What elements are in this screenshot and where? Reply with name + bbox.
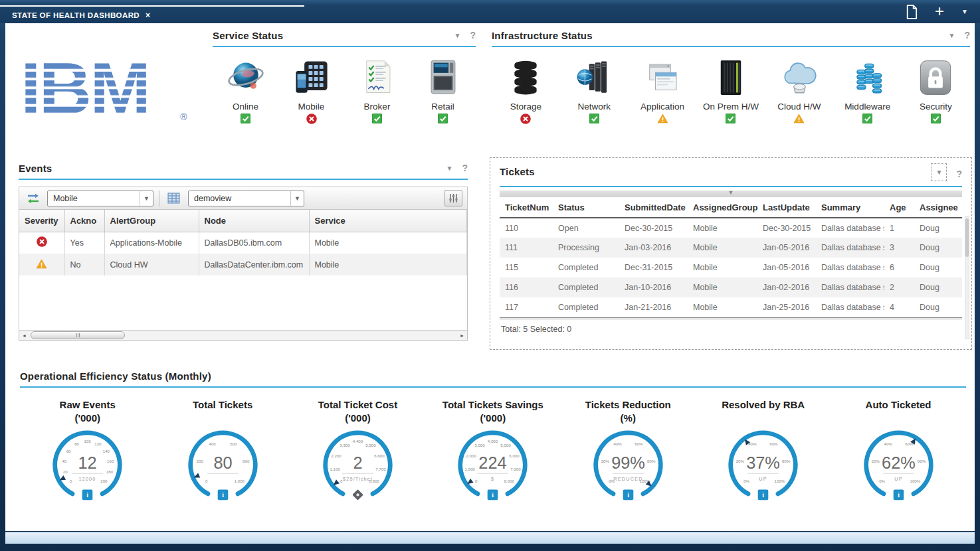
column-resize-strip[interactable]: ▼ [500, 191, 962, 197]
horizontal-scrollbar[interactable]: ◄ ► [19, 330, 467, 340]
gauge-info-icon[interactable]: i [893, 490, 904, 501]
gauge-info-icon[interactable]: i [488, 490, 498, 501]
status-item-application[interactable]: Application [632, 56, 693, 124]
svg-text:IBM: IBM [21, 47, 149, 129]
events-col-service[interactable]: Service [309, 210, 467, 232]
status-label: Security [920, 102, 952, 112]
gauge-info-icon[interactable]: i [623, 490, 633, 501]
grid-view-icon[interactable] [165, 190, 183, 206]
filter-settings-icon[interactable] [444, 190, 462, 206]
service-status-title: Service Status [213, 30, 283, 41]
scrollbar-thumb[interactable] [965, 218, 969, 257]
tickets-col-summary[interactable]: Summary [816, 197, 884, 218]
panel-menu-chevron-icon[interactable]: ▼ [949, 32, 955, 39]
svg-text:20%: 20% [736, 459, 745, 463]
status-item-middleware[interactable]: Middleware [837, 56, 898, 124]
network-icon [575, 56, 613, 99]
tickets-row[interactable]: 110OpenDec-30-2015MobileDec-30-2015Dalla… [500, 218, 962, 238]
help-icon[interactable]: ? [964, 30, 970, 40]
help-icon[interactable]: ? [462, 163, 468, 173]
tab-title: STATE OF HEALTH DASHBOARD [12, 11, 140, 19]
tickets-col-assignedgroup[interactable]: AssignedGroup [688, 197, 757, 218]
scroll-right-icon[interactable]: ► [457, 331, 467, 340]
tickets-col-ticketnum[interactable]: TicketNum [500, 197, 553, 218]
panel-menu-chevron-icon[interactable]: ▼ [446, 165, 453, 172]
events-row[interactable]: No Cloud HW DallasDataCenter.ibm.com Mob… [19, 254, 467, 276]
vertical-scrollbar[interactable] [965, 216, 969, 339]
events-view-select[interactable]: demoview ▼ [188, 191, 304, 206]
add-icon[interactable]: + [935, 3, 944, 19]
svg-text:7,700: 7,700 [375, 467, 386, 471]
svg-text:$25/Ticket: $25/Ticket [343, 476, 373, 482]
tickets-row[interactable]: 115CompletedDec-31-2015MobileJan-05-2016… [500, 258, 962, 277]
status-item-network[interactable]: Network [563, 56, 625, 124]
panel-menu-chevron-icon[interactable]: ▼ [931, 163, 947, 181]
scroll-left-icon[interactable]: ◄ [19, 331, 29, 340]
svg-text:60%: 60% [769, 441, 778, 446]
cell-node: DallasDB05.ibm.com [199, 232, 309, 254]
events-col-severity[interactable]: Severity [19, 210, 64, 232]
switch-view-icon[interactable] [24, 190, 42, 206]
events-col-ackno[interactable]: Ackno [64, 210, 104, 232]
tickets-col-submitteddate[interactable]: SubmittedDate [619, 197, 688, 218]
panel-rule [20, 386, 966, 388]
gauge-info-icon[interactable]: i [217, 490, 228, 501]
status-item-on-prem-h-w[interactable]: On Prem H/W [700, 56, 761, 124]
svg-text:40%: 40% [613, 441, 622, 446]
events-toolbar: Mobile ▼ demoview ▼ [19, 187, 468, 210]
svg-text:2: 2 [353, 453, 362, 472]
events-title: Events [19, 163, 52, 174]
status-ok-icon [372, 114, 382, 123]
operational-efficiency-panel: Operational Efficiency Status (Monthly) … [20, 370, 966, 526]
scrollbar-thumb[interactable] [31, 331, 125, 339]
panel-menu-chevron-icon[interactable]: ▼ [454, 32, 461, 39]
events-row[interactable]: Yes Applications-Mobile DallasDB05.ibm.c… [19, 232, 467, 254]
tab-close-icon[interactable]: × [146, 11, 150, 20]
gauge-title: Total Tickets Savings('000) [442, 398, 543, 426]
chevron-down-icon[interactable]: ▼ [961, 8, 968, 15]
svg-text:62%: 62% [882, 453, 916, 472]
svg-text:160: 160 [107, 459, 114, 463]
tab-state-of-health[interactable]: STATE OF HEALTH DASHBOARD × [0, 5, 304, 23]
help-icon[interactable]: ? [956, 169, 962, 179]
status-item-cloud-h-w[interactable]: Cloud H/W [769, 56, 830, 124]
tickets-row[interactable]: 116CompletedJan-10-2016MobileJan-02-2016… [500, 277, 962, 297]
new-page-icon[interactable] [906, 5, 918, 19]
tickets-col-status[interactable]: Status [553, 197, 619, 218]
tickets-col-age[interactable]: Age [884, 197, 914, 218]
svg-text:2,000: 2,000 [466, 453, 477, 458]
svg-text:4,000: 4,000 [488, 439, 498, 443]
status-item-broker[interactable]: Broker [347, 56, 408, 124]
toolbar-divider [159, 191, 159, 206]
status-item-storage[interactable]: Storage [495, 56, 556, 124]
status-ok-icon [862, 114, 872, 123]
tickets-col-assignee[interactable]: Assignee [914, 197, 962, 218]
status-item-security[interactable]: Security [905, 56, 966, 124]
tickets-table: TicketNumStatusSubmittedDateAssignedGrou… [500, 197, 962, 317]
gauge-info-icon[interactable]: i [82, 490, 93, 501]
gauge-title: Auto Ticketed [866, 398, 931, 426]
status-item-online[interactable]: Online [215, 56, 276, 124]
svg-text:100%: 100% [910, 479, 920, 483]
status-label: Cloud H/W [777, 102, 821, 112]
tickets-col-lastupdate[interactable]: LastUpdate [757, 197, 816, 218]
status-ok-icon [438, 114, 448, 123]
tickets-row[interactable]: 111ProcessingJan-03-2016MobileJan-05-201… [500, 238, 962, 258]
events-col-alertgroup[interactable]: AlertGroup [104, 210, 199, 232]
events-view-value: demoview [194, 194, 231, 203]
gauge-diamond-icon[interactable] [352, 489, 363, 501]
status-item-retail[interactable]: Retail [413, 56, 474, 124]
status-label: Broker [364, 102, 391, 112]
events-filter-select[interactable]: Mobile ▼ [47, 191, 153, 206]
events-col-node[interactable]: Node [199, 210, 309, 232]
help-icon[interactable]: ? [470, 30, 476, 40]
cell-ackno: Yes [64, 232, 104, 254]
svg-text:40: 40 [62, 459, 67, 463]
svg-text:0: 0 [205, 479, 208, 483]
svg-text:0: 0 [475, 479, 478, 483]
tickets-row[interactable]: 117CompletedJan-21-2016MobileJan-25-2016… [500, 297, 962, 317]
tickets-panel: Tickets ▼ ? ▼ TicketNumStatusSubmittedDa… [490, 157, 972, 350]
status-item-mobile[interactable]: Mobile [281, 56, 342, 124]
svg-text:100: 100 [84, 439, 92, 443]
gauge-info-icon[interactable]: i [758, 490, 769, 501]
